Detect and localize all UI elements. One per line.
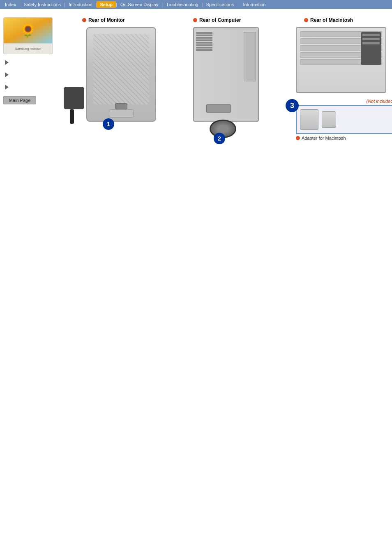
slot-4	[196, 39, 212, 41]
sidebar-arrow-3[interactable]	[5, 85, 54, 90]
adapter-item-1	[300, 109, 318, 130]
adapter-dot-icon	[296, 136, 300, 140]
arrow-triangle-icon-2	[5, 72, 9, 77]
content-area: Rear of Monitor 1	[58, 13, 392, 194]
nav-index[interactable]: Index	[2, 1, 19, 8]
slot-3	[196, 37, 212, 39]
mac-label-text: Rear of Macintosh	[310, 17, 353, 23]
plug-body	[64, 87, 84, 109]
nav-setup[interactable]: Setup	[97, 1, 116, 8]
slot-8	[196, 49, 212, 51]
monitor-thumbnail: 🌻 Samsung monitor	[3, 17, 53, 54]
cable-wire	[70, 109, 74, 124]
adapter-box-wrapper: 3	[296, 105, 392, 134]
main-page-button[interactable]: Main Page	[3, 96, 36, 104]
computer-vga-port	[206, 104, 231, 113]
mac-icon-area	[361, 32, 381, 65]
setup-diagram: Rear of Monitor 1	[58, 17, 392, 190]
nav-troubleshooting[interactable]: Troubleshooting	[163, 1, 201, 8]
adapter-box	[296, 105, 392, 134]
slot-2	[196, 35, 212, 36]
step2-circle: 2	[214, 133, 225, 144]
main-layout: 🌻 Samsung monitor Main Page Rear of Mo	[0, 9, 392, 198]
monitor-label-text: Rear of Monitor	[88, 17, 125, 23]
mac-label: Rear of Macintosh	[304, 17, 392, 23]
nav-specifications[interactable]: Specifications	[203, 1, 237, 8]
nav-safety[interactable]: Safety Instructions	[21, 1, 65, 8]
computer-label-text: Rear of Computer	[199, 17, 241, 23]
sidebar: 🌻 Samsung monitor Main Page	[0, 13, 58, 194]
step1-circle: 1	[103, 118, 114, 130]
monitor-port	[115, 103, 127, 109]
monitor-label: Rear of Monitor	[82, 17, 173, 23]
adapter-container: (Not included) 3 Adapter f	[296, 97, 392, 141]
step3-circle: 3	[286, 99, 299, 112]
computer-ports	[244, 32, 256, 81]
adapter-item-2	[322, 111, 336, 128]
slot-5	[196, 42, 212, 44]
cable-assembly	[64, 87, 84, 109]
monitor-base	[109, 109, 134, 118]
mac-rear-image	[296, 27, 386, 93]
mac-section: Rear of Macintosh	[296, 17, 392, 141]
monitor-rear-image	[86, 27, 156, 122]
adapter-label-container: Adapter for Macintosh	[296, 136, 392, 141]
sidebar-arrow-2[interactable]	[5, 72, 54, 77]
slot-7	[196, 47, 212, 48]
mac-dot-icon	[304, 18, 308, 22]
navigation-bar: Index | Safety Instructions | Introducti…	[0, 0, 392, 9]
computer-dot-icon	[193, 18, 197, 22]
arrow-triangle-icon-3	[5, 85, 9, 90]
computer-label: Rear of Computer	[193, 17, 275, 23]
slot-6	[196, 44, 212, 46]
thumbnail-label: Samsung monitor	[4, 43, 52, 54]
flower-icon: 🌻	[20, 23, 36, 38]
slot-1	[196, 32, 212, 34]
computer-section: Rear of Computer	[193, 17, 275, 122]
sidebar-arrow-1[interactable]	[5, 60, 54, 65]
not-included-text: (Not included)	[367, 99, 392, 104]
arrow-triangle-icon-1	[5, 60, 9, 65]
sidebar-arrows	[3, 60, 54, 90]
adapter-label-text: Adapter for Macintosh	[302, 136, 346, 141]
nav-introduction[interactable]: Introduction	[65, 1, 95, 8]
monitor-section: Rear of Monitor 1	[82, 17, 173, 122]
mac-image-container: (Not included) 3 Adapter f	[296, 27, 392, 141]
mac-icon-bar-3	[362, 42, 380, 44]
computer-rear-image	[193, 27, 259, 122]
thumbnail-image: 🌻	[4, 18, 52, 43]
adapter-not-included-label: (Not included)	[296, 97, 392, 104]
mac-icon-bar-1	[362, 34, 380, 36]
monitor-dot-icon	[82, 18, 86, 22]
nav-information[interactable]: Information	[240, 1, 269, 8]
nav-osd[interactable]: On-Screen Display	[117, 1, 161, 8]
computer-slots	[196, 32, 212, 65]
mac-icon-bar-2	[362, 38, 380, 40]
